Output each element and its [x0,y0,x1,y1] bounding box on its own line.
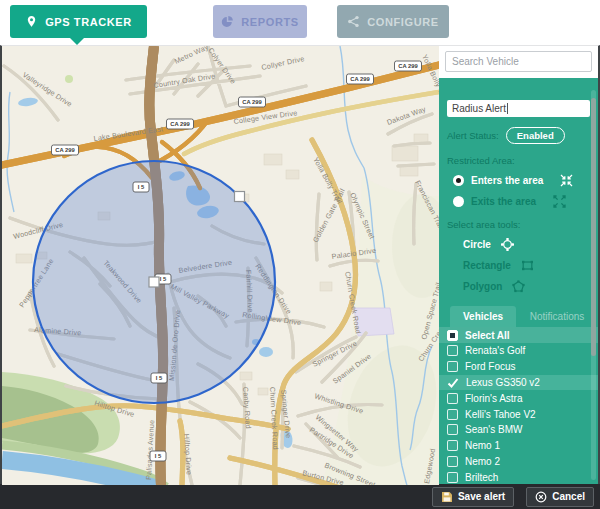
route-shield: I 5 [150,451,166,461]
vehicle-row[interactable]: Nemo 2 [439,454,598,470]
svg-text:I 5: I 5 [138,184,145,190]
vehicle-checkbox[interactable] [447,456,458,467]
vehicle-name: Ford Focus [465,361,516,372]
tab-label: GPS TRACKER [45,16,132,28]
radio-button[interactable] [453,175,464,186]
vehicle-checkbox[interactable] [447,424,458,435]
tab-label: CONFIGURE [367,16,438,28]
save-alert-button[interactable]: Save alert [432,487,514,507]
vehicle-name: Nemo 1 [465,440,500,451]
svg-text:CA 299: CA 299 [398,63,418,69]
restricted-option-enters[interactable]: Enters the area [453,174,590,187]
gps-tracker-app: GPS TRACKER REPORTS CONFIGURE [0,0,600,509]
text-cursor [507,103,508,114]
vehicle-checkbox[interactable] [447,393,458,404]
alert-status-label: Alert Status: [447,130,499,141]
main-area: Valleyridge DriveCountry Oak DriveMetro … [0,45,600,484]
vehicle-row[interactable]: Nemo 1 [439,438,598,454]
alert-name-value: Radius Alert [452,103,506,114]
map[interactable]: Valleyridge DriveCountry Oak DriveMetro … [2,46,439,485]
vehicle-checkbox[interactable] [447,361,458,372]
scrollbar-thumb[interactable] [591,98,596,356]
select-all-label: Select All [465,330,510,341]
vehicle-name: Kelli's Tahoe V2 [465,409,536,420]
vehicle-name: Nemo 2 [465,456,500,467]
area-tool-polygon[interactable]: Polygon [463,280,590,293]
vehicle-row[interactable]: Kelli's Tahoe V2 [439,406,598,422]
svg-text:I 5: I 5 [156,375,163,381]
vehicle-row[interactable]: Lexus GS350 v2 [439,375,598,391]
vehicle-checkbox[interactable] [447,472,458,483]
area-tools-label: Select area tools: [447,219,590,230]
vehicle-name: Florin's Astra [465,393,522,404]
search-bar [439,46,598,78]
route-shield: CA 299 [167,119,194,129]
location-pin-icon [25,15,38,28]
alert-name-input[interactable]: Radius Alert [447,100,590,117]
restricted-area-options: Enters the areaExits the area [447,174,590,208]
alert-form: Radius Alert Alert Status: Enabled Restr… [439,78,598,484]
circle-resize-handle[interactable] [149,277,159,287]
active-tab-pointer [70,38,84,45]
search-vehicle-input[interactable] [445,51,592,72]
restricted-option-exits[interactable]: Exits the area [453,195,590,208]
svg-text:CA 299: CA 299 [170,121,190,127]
vehicle-checkbox[interactable] [447,409,458,420]
vehicle-name: Lexus GS350 v2 [466,377,540,388]
panel-scrollbar[interactable] [591,90,596,480]
svg-text:CA 299: CA 299 [55,147,75,153]
tab-vehicles[interactable]: Vehicles [450,306,516,327]
svg-text:CA 299: CA 299 [242,99,262,105]
app-header: GPS TRACKER REPORTS CONFIGURE [0,0,600,45]
tab-configure[interactable]: CONFIGURE [337,5,449,38]
rectangle-tool-icon [521,259,534,272]
vehicle-row[interactable]: Renata's Golf [439,343,598,359]
tab-label: REPORTS [241,16,298,28]
save-alert-label: Save alert [458,491,505,502]
vehicle-row[interactable]: Sean's BMW [439,422,598,438]
vehicle-name: Renata's Golf [465,345,525,356]
route-shield: CA 299 [347,74,374,84]
vehicle-checkbox[interactable] [447,345,458,356]
circle-x-icon [535,491,547,503]
action-bar: Save alert Cancel [0,484,600,509]
vehicle-row[interactable]: Briltech [439,469,598,484]
alert-panel: Radius Alert Alert Status: Enabled Restr… [439,46,598,484]
route-shield: I 5 [133,182,149,192]
area-tools: CircleRectanglePolygon [447,238,590,293]
radio-button[interactable] [453,196,464,207]
vehicle-checkbox[interactable] [447,440,458,451]
vehicle-checkbox-checked[interactable] [447,377,459,389]
vehicle-row[interactable]: Florin's Astra [439,390,598,406]
option-label: Enters the area [471,175,543,186]
vehicle-name: Sean's BMW [465,424,522,435]
tab-gps-tracker[interactable]: GPS TRACKER [10,5,147,38]
panel-tabs: Vehicles Notifications [439,306,598,327]
vehicle-row[interactable]: Ford Focus [439,359,598,375]
circle-resize-handle[interactable] [235,192,245,202]
select-all-row[interactable]: Select All [439,327,598,343]
cancel-button[interactable]: Cancel [526,487,594,507]
svg-text:I 5: I 5 [160,276,167,282]
route-shield: CA 299 [395,61,422,71]
option-label: Exits the area [471,196,536,207]
map-canvas[interactable]: Valleyridge DriveCountry Oak DriveMetro … [2,46,439,485]
vehicle-list: Renata's GolfFord FocusLexus GS350 v2Flo… [447,343,590,484]
tab-notifications[interactable]: Notifications [516,306,598,327]
route-shield: I 5 [151,373,167,383]
area-tool-circle[interactable]: Circle [463,238,590,251]
pie-chart-icon [221,15,234,28]
alert-status-toggle[interactable]: Enabled [506,127,565,144]
tool-label: Circle [463,239,491,250]
tool-label: Rectangle [463,260,511,271]
svg-text:CA 299: CA 299 [350,76,370,82]
circle-tool-icon [501,238,514,251]
tool-label: Polygon [463,281,502,292]
restricted-area-label: Restricted Area: [447,155,590,166]
select-all-checkbox[interactable] [447,330,458,341]
area-tool-rectangle[interactable]: Rectangle [463,259,590,272]
svg-text:I 5: I 5 [155,453,162,459]
route-shield: CA 299 [239,97,266,107]
tab-reports[interactable]: REPORTS [213,5,307,38]
compress-arrows-icon [560,174,573,187]
